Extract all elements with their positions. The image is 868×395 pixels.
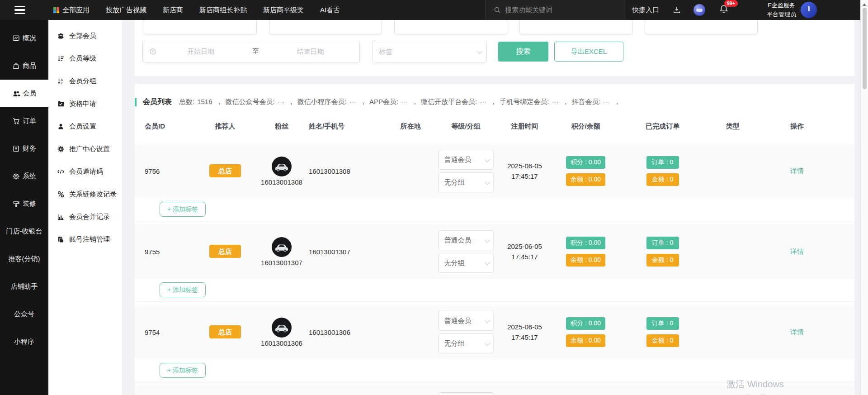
sidebar-item-distribution[interactable]: 推客(分销) [0,245,48,273]
filter-input-3[interactable] [394,20,507,34]
member-row-2: 9754 总店 16013001306 16013001306 普通会员 无分组 [135,305,854,359]
copy-file-icon [57,236,65,243]
partial-next-row [135,386,854,395]
sidebar-item-store-cashier[interactable]: 门店-收银台 [0,218,48,245]
search-button[interactable]: 搜索 [498,42,548,62]
column-header-6: 注册时间 [511,122,538,131]
add-tag-button[interactable]: + 添加标签 [160,282,206,297]
page-scrollbar[interactable] [860,0,868,395]
detail-link[interactable]: 详情 [790,247,804,256]
gear-filled-icon [57,145,65,153]
scrollbar-thumb[interactable] [863,8,867,89]
submenu-all-members[interactable]: 全部会员 [48,24,123,47]
add-tag-button[interactable]: + 添加标签 [160,202,206,217]
ai-assistant-icon[interactable] [693,4,705,16]
sidebar-item-orders[interactable]: 订单 [0,107,48,135]
sidebar-item-system[interactable]: 系统 [0,162,48,190]
date-range-picker[interactable]: 开始日期 至 结束日期 [142,41,360,62]
top-navigation: 全部应用 投放广告视频新店商新店商组长补贴新店商平级奖AI看舌 搜索功能关键词 … [0,0,860,20]
detail-link[interactable]: 详情 [790,167,804,176]
global-search-input[interactable]: 搜索功能关键词 [485,0,625,20]
sidebar-item-overview[interactable]: 概况 [0,24,48,52]
chevron-down-icon [484,259,490,265]
paint-roller-icon [12,200,20,208]
group-select[interactable]: 无分组 [439,172,494,192]
stat-6: 抖音会员:---， [571,98,620,106]
points-balance-cell: 积分 : 0.00 余额 : 0.00 [566,237,605,267]
all-apps-button[interactable]: 全部应用 [53,6,90,14]
orders-badge: 订单 : 0 [646,237,679,249]
submenu-invite-code[interactable]: 会员邀请码 [48,160,123,183]
group-select[interactable]: 无分组 [439,253,494,273]
tag-area: + 添加标签 [135,359,854,382]
submenu-member-level[interactable]: 会员等级 [48,47,123,70]
filter-input-5[interactable] [645,20,758,34]
submenu-member-settings[interactable]: 会员设置 [48,115,123,138]
fans-id: 16013001307 [261,259,302,267]
submenu-qualification[interactable]: 资格申请 [48,92,123,115]
filter-input-1[interactable] [144,20,257,34]
notifications-button[interactable]: 99+ [719,4,729,16]
folder-check-icon [57,100,65,108]
balance-badge: 余额 : 0.00 [566,334,605,347]
level-group-cell: 普通会员 无分组 [439,150,494,192]
sidebar-item-finance[interactable]: 财务 [0,135,48,162]
user-avatar[interactable] [801,2,817,18]
sidebar-item-mini-program[interactable]: 小程序 [0,328,48,356]
filter-input-2[interactable] [269,20,382,34]
submenu-relation-log[interactable]: 关系链修改记录 [48,183,123,205]
chevron-down-icon [484,317,490,323]
member-avatar [271,317,292,338]
sidebar-item-official-account[interactable]: 公众号 [0,300,48,328]
goods-icon [12,62,20,70]
sidebar-item-shop-assistant[interactable]: 店铺助手 [0,273,48,300]
quick-entry-link[interactable]: 快捷入口 [632,6,659,14]
sort-level-icon [57,55,65,62]
table-row: 9756 总店 16013001308 16013001308 普通会员 无分组 [135,144,854,221]
level-select[interactable]: 普通会员 [439,150,494,170]
date-separator: 至 [245,48,266,56]
name-phone: 16013001306 [309,328,350,336]
top-nav-item-0[interactable]: 投放广告视频 [106,6,146,14]
top-nav-item-3[interactable]: 新店商平级奖 [263,6,304,14]
clock-icon [149,48,156,55]
svg-text:A: A [61,78,63,81]
section-accent-bar [135,98,137,106]
export-excel-button[interactable]: 导出EXCEL [554,42,623,62]
user-info[interactable]: E企盈服务 平台管理员 [767,1,796,19]
tag-select[interactable]: 标签 [372,41,487,62]
column-header-0: 会员ID [135,122,165,131]
detail-link[interactable]: 详情 [790,328,804,337]
group-select[interactable]: 无分组 [439,333,494,353]
sidebar-item-members[interactable]: 会员 [0,80,48,107]
orders-cell: 订单 : 0 金额 : 0 [646,237,679,267]
top-nav-item-2[interactable]: 新店商组长补贴 [199,6,247,14]
level-select[interactable]: 普通会员 [439,230,494,250]
name-phone: 16013001307 [309,248,350,256]
member-submenu: 全部会员 会员等级 AZ 会员分组 资格申请 会员设置 推广中心设置 会员邀请码… [48,20,123,395]
menu-toggle-icon[interactable] [0,0,40,20]
referrer-badge: 总店 [209,325,241,338]
name-phone: 16013001308 [309,167,350,175]
top-nav-item-4[interactable]: AI看舌 [320,6,340,14]
sidebar-item-goods[interactable]: 商品 [0,52,48,80]
submenu-merge-log[interactable]: 会员合并记录 [48,205,123,228]
member-row-1: 9755 总店 16013001307 16013001307 普通会员 无分组 [135,225,854,278]
submenu-promotion-settings[interactable]: 推广中心设置 [48,138,123,160]
level-group-cell: 普通会员 无分组 [439,311,494,353]
scroll-up-icon[interactable] [863,3,866,6]
stat-4: 微信开放平台会员:---， [421,98,497,106]
register-time: 2025-06-05 17:45:17 [507,241,542,262]
sidebar-item-decoration[interactable]: 装修 [0,190,48,218]
orders-icon [12,117,20,125]
submenu-member-group[interactable]: AZ 会员分组 [48,70,123,92]
column-header-9: 类型 [726,122,740,131]
submenu-account-cancellation[interactable]: 账号注销管理 [48,228,123,251]
add-tag-button[interactable]: + 添加标签 [160,363,206,378]
level-select[interactable] [439,392,494,395]
level-select[interactable]: 普通会员 [439,311,494,331]
download-icon[interactable] [673,6,681,14]
member-list-header: 会员列表 总数:1516，微信公众号会员:---，微信小程序会员:---，APP… [135,84,854,108]
top-nav-item-1[interactable]: 新店商 [163,6,183,14]
filter-input-4[interactable] [519,20,632,34]
